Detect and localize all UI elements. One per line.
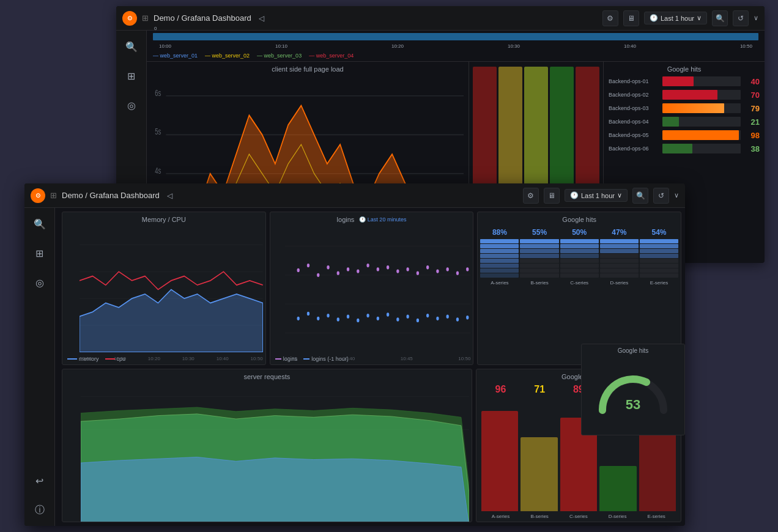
hbar-fill-04 [662,117,679,127]
svg-point-50 [306,312,309,316]
svg-point-59 [396,317,399,321]
fg-sidebar-apps[interactable]: ⊞ [30,243,50,263]
server-requests-title: server requests [62,369,472,382]
svg-point-56 [366,314,369,317]
fg-header-icons: ⚙ 🖥 🕐 Last 1 hour ∨ 🔍 ↺ ∨ [523,188,679,204]
pct-col-d: 47% [600,228,639,286]
svg-point-39 [376,267,379,271]
svg-point-53 [336,317,339,321]
svg-point-62 [426,314,429,317]
svg-point-37 [357,269,359,273]
bar-b [521,437,557,511]
logins-header: logins 🕐 Last 20 minutes [270,212,473,224]
bg-timeline-bar: 0 10:00 10:10 10:20 10:30 10:40 10:50 [153,33,758,40]
fg-sidebar-back[interactable]: ↩ [30,471,50,490]
svg-marker-18 [80,290,263,353]
bg-sidebar-search[interactable]: 🔍 [122,37,141,56]
bg-zoom-icon[interactable]: 🔍 [712,10,728,26]
bg-page-load-title: client side full page load [147,62,469,74]
svg-point-31 [297,268,299,272]
server-requests-chart: 150 100 50 0 10:00 [62,382,472,522]
pct-col-e: 54% [640,228,678,286]
bg-server-legend: — web_server_01 — web_server_02 — web_se… [153,53,758,59]
memory-cpu-xaxis: 10:00 10:10 10:20 10:30 10:40 10:50 [80,356,263,361]
bg-settings-icon[interactable]: ⚙ [602,10,618,26]
bg-sidebar-explore[interactable]: ◎ [122,95,141,115]
pct-col-b: 55% [520,228,558,286]
svg-point-47 [456,272,458,275]
svg-point-43 [416,272,418,275]
logins-subtitle: 🕐 Last 20 minutes [359,216,406,223]
bg-tv-icon[interactable]: 🖥 [623,10,639,26]
bg-time-range-btn[interactable]: 🕐 Last 1 hour ∨ [644,12,707,24]
logins-chart: 70 60 50 40 [270,224,473,355]
hbar-row-04: Backend-ops-04 21 [609,117,760,127]
svg-point-58 [387,312,389,316]
logins-panel: logins 🕐 Last 20 minutes 70 60 50 40 [270,212,474,365]
fg-grid-icon: ⊞ [50,191,57,200]
hbar-fill-03 [662,103,724,113]
server-requests-panel: server requests 150 100 50 0 [62,369,472,522]
bg-dash-header: ⊙ ⊞ Demo / Grafana Dashboard ◁ ⚙ 🖥 🕐 Las… [116,6,765,31]
bg-refresh-icon[interactable]: ↺ [733,10,749,26]
pct-columns: 88% [480,228,678,362]
fg-sidebar-search[interactable]: 🔍 [30,214,50,234]
bar-d [599,466,636,511]
fg-settings-icon[interactable]: ⚙ [523,188,539,204]
svg-point-64 [446,315,448,319]
google-hits-pct-panel: Google hits 88% [477,212,681,365]
hbar-row-05: Backend-ops-05 98 [609,130,760,140]
pct-col-c: 50% [560,228,599,286]
pct-col-a: 88% [480,228,519,286]
svg-point-61 [416,319,418,322]
hbar-row-02: Backend-ops-02 70 [609,90,760,100]
bg-sidebar-apps[interactable]: ⊞ [122,66,141,86]
svg-point-35 [336,272,339,275]
svg-point-34 [327,265,329,269]
gauge-content: 53 [596,355,670,435]
fg-dash-title: Demo / Grafana Dashboard [62,191,160,200]
fg-sidebar-info[interactable]: ⓘ [30,500,50,520]
fg-tv-icon[interactable]: 🖥 [544,188,560,204]
svg-point-49 [297,317,299,320]
svg-point-38 [366,264,369,267]
hbar-row-03: Backend-ops-03 79 [609,103,760,113]
svg-point-46 [446,267,448,271]
svg-point-32 [306,264,309,267]
fg-zoom-icon[interactable]: 🔍 [632,188,648,204]
fg-grafana-logo: ⊙ [31,188,45,203]
svg-point-33 [317,273,319,277]
svg-point-63 [436,317,439,320]
fg-sidebar-explore[interactable]: ◎ [30,273,50,292]
memory-cpu-svg: 6B 5B 4B 3B 2B 4.0% 3.0% 2. [80,227,263,352]
svg-point-40 [387,265,389,269]
ghbar-labels: A-series B-series C-series D-series E-se… [481,514,676,519]
grafana-logo: ⊙ [122,11,137,26]
bar-a [481,411,518,511]
svg-text:5s: 5s [155,127,161,136]
hbar-fill-01 [662,76,694,86]
fg-refresh-icon[interactable]: ↺ [653,188,669,204]
svg-point-60 [406,315,409,319]
google-hits-pct-title: Google hits [478,212,681,224]
svg-point-45 [436,269,439,273]
memory-cpu-title: Memory / CPU [62,212,265,224]
svg-point-44 [426,265,429,269]
svg-point-66 [466,316,469,319]
google-hits-gauge-panel: Google hits 53 [581,344,685,435]
svg-point-65 [456,317,458,321]
fg-time-range-btn[interactable]: 🕐 Last 1 hour ∨ [565,189,628,202]
svg-marker-77 [81,457,469,522]
bg-timeline-row: 0 10:00 10:10 10:20 10:30 10:40 10:50 — … [147,31,765,62]
svg-point-42 [406,267,409,271]
svg-point-51 [317,317,319,320]
svg-point-36 [347,267,349,271]
gauge-svg: 53 [596,368,670,416]
bg-grid-icon: ⊞ [142,13,149,23]
hbar-fill-05 [662,130,739,140]
logins-svg: 70 60 50 40 [285,227,471,352]
bg-share-icon: ◁ [259,14,264,23]
fg-share-icon: ◁ [167,191,172,200]
svg-text:4s: 4s [155,166,161,175]
memory-cpu-chart: 6B 5B 4B 3B 2B 4.0% 3.0% 2. [62,224,265,355]
